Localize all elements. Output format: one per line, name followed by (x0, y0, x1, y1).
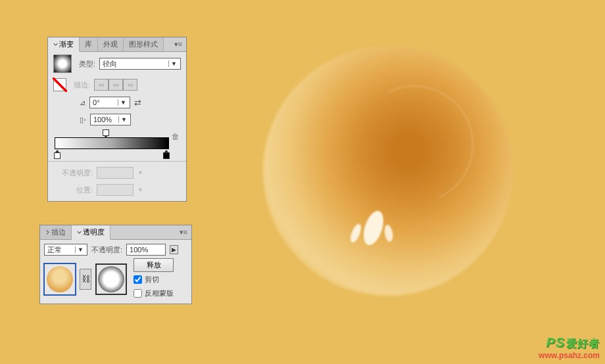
tab-graphic-styles[interactable]: 图形样式 (124, 37, 164, 51)
opacity-label: 不透明度: (53, 168, 93, 178)
reverse-gradient-icon[interactable]: ⇄ (134, 98, 141, 108)
aspect-ratio-icon: ▯◦ (80, 116, 86, 124)
stroke-outside-button[interactable]: ▭ (123, 79, 137, 91)
gradient-panel: 渐变 库 外观 图形样式 ▾≡ 类型: 径向 ▼ 描边: ▭ ▭ ▭ ⊿ 0° … (47, 37, 187, 202)
color-stop-white[interactable] (54, 150, 60, 156)
chevron-down-icon: ▼ (137, 187, 143, 193)
position-label: 位置: (53, 185, 93, 195)
tab-stroke[interactable]: 描边 (40, 225, 72, 239)
gradient-slider[interactable] (55, 137, 169, 149)
trash-icon[interactable]: 🗑 (172, 132, 180, 141)
chevron-down-icon: ▼ (137, 170, 143, 176)
stroke-inside-button[interactable]: ▭ (94, 79, 109, 91)
stroke-align-group: ▭ ▭ ▭ (94, 79, 137, 91)
type-label: 类型: (76, 59, 95, 69)
midpoint-stop[interactable] (103, 132, 109, 139)
watermark: PS爱好者 www.psahz.com (539, 335, 600, 360)
object-thumbnail[interactable] (44, 263, 76, 295)
invert-mask-checkbox[interactable]: 反相蒙版 (133, 288, 174, 298)
tab-library[interactable]: 库 (80, 37, 98, 51)
blend-mode-dropdown[interactable]: 正常 ▼ (44, 244, 87, 256)
opacity-label: 不透明度: (91, 245, 122, 255)
link-icon[interactable]: ⛓ (80, 269, 91, 290)
panel-menu-icon[interactable]: ▾≡ (170, 38, 186, 51)
gradient-preview-swatch[interactable] (53, 55, 72, 73)
panel-tabs: 描边 透明度 ▾≡ (40, 225, 191, 240)
chevron-down-icon: ▼ (118, 99, 128, 106)
type-value: 径向 (103, 59, 117, 69)
angle-icon: ⊿ (80, 99, 85, 107)
tab-appearance[interactable]: 外观 (98, 37, 124, 51)
tab-gradient[interactable]: 渐变 (48, 37, 80, 52)
panel-tabs: 渐变 库 外观 图形样式 ▾≡ (48, 37, 186, 52)
panel-menu-icon[interactable]: ▾≡ (176, 226, 191, 239)
transparency-panel: 描边 透明度 ▾≡ 正常 ▼ 不透明度: 100% ▶ ⛓ 释放 (39, 225, 192, 304)
position-input (97, 184, 133, 196)
stroke-none-swatch[interactable] (53, 78, 66, 91)
stroke-label: 描边: (70, 80, 90, 90)
chevron-down-icon: ▼ (75, 246, 85, 253)
ratio-input[interactable]: 100% ▼ (90, 114, 131, 125)
mask-thumbnail[interactable] (95, 263, 127, 295)
chevron-down-icon: ▼ (118, 116, 129, 123)
tab-transparency[interactable]: 透明度 (72, 225, 110, 240)
stroke-center-button[interactable]: ▭ (109, 79, 123, 91)
opacity-input (97, 167, 133, 179)
chevron-down-icon: ▼ (168, 60, 179, 67)
angle-input[interactable]: 0° ▼ (89, 97, 130, 108)
release-button[interactable]: 释放 (133, 258, 174, 272)
clip-checkbox[interactable]: 剪切 (133, 275, 174, 284)
type-dropdown[interactable]: 径向 ▼ (99, 58, 181, 70)
color-stop-black[interactable] (163, 150, 170, 156)
opacity-input[interactable]: 100% (126, 244, 166, 256)
opacity-stepper-icon[interactable]: ▶ (170, 245, 178, 254)
